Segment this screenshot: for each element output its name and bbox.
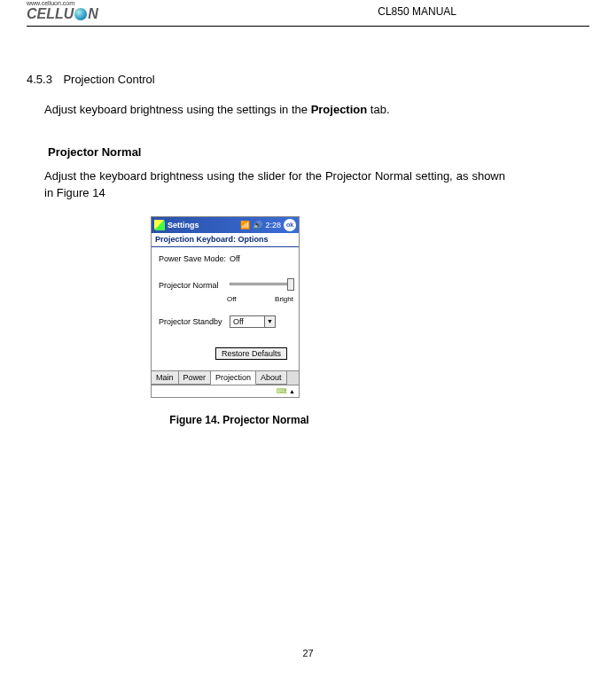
content: 4.5.3 Projection Control Adjust keyboard… [27, 71, 563, 426]
page-header: www.celluon.com CELLUN CL850 MANUAL [27, 0, 589, 27]
start-label: Settings [168, 221, 199, 230]
start-left: Settings [154, 220, 199, 230]
slider-track [230, 283, 293, 285]
keyboard-icon[interactable]: ⌨ [277, 387, 287, 395]
section-title: Projection Control [63, 73, 154, 86]
sip-bar: ⌨ ▲ [152, 385, 299, 397]
signal-icon: 📶 [240, 221, 250, 230]
intro-text-1: Adjust keyboard brightness using the set… [44, 103, 311, 116]
speaker-icon[interactable]: 🔊 [253, 221, 262, 230]
projector-normal-label: Projector Normal [159, 281, 230, 290]
power-save-value: Off [230, 254, 293, 263]
figure: Settings 📶 🔊 2:28 ok Projection Keyboard… [151, 216, 346, 426]
power-save-row: Power Save Mode: Off [159, 254, 293, 263]
brightness-slider[interactable] [230, 279, 293, 292]
tab-projection[interactable]: Projection [211, 371, 256, 385]
subtitle-bar: Projection Keyboard: Options [152, 233, 299, 247]
projector-normal-row: Projector Normal [159, 279, 293, 292]
windows-icon[interactable] [154, 220, 165, 230]
slider-max: Bright [275, 295, 293, 303]
dropdown-value: Off [233, 317, 244, 326]
start-right: 📶 🔊 2:28 ok [240, 219, 296, 231]
logo: www.celluon.com CELLUN [27, 0, 98, 22]
time: 2:28 [265, 221, 281, 230]
projector-standby-label: Projector Standby [159, 317, 230, 326]
slider-min: Off [227, 295, 237, 303]
tab-power[interactable]: Power [179, 371, 212, 385]
tab-about[interactable]: About [256, 371, 287, 385]
chevron-down-icon[interactable]: ▼ [264, 316, 275, 327]
tabs: Main Power Projection About [152, 370, 299, 385]
intro-bold: Projection [311, 103, 368, 116]
intro-paragraph: Adjust keyboard brightness using the set… [44, 101, 505, 119]
intro-text-2: tab. [367, 103, 389, 116]
logo-url: www.celluon.com [27, 0, 98, 6]
standby-dropdown[interactable]: Off ▼ [230, 315, 276, 328]
section-number: 4.5.3 [27, 73, 52, 86]
projector-standby-value: Off ▼ [230, 315, 293, 328]
figure-caption: Figure 14. Projector Normal [151, 414, 328, 426]
tab-main[interactable]: Main [152, 371, 179, 385]
page-number: 27 [302, 648, 313, 658]
start-bar: Settings 📶 🔊 2:28 ok [152, 217, 299, 233]
projector-normal-value [230, 279, 293, 292]
power-save-label: Power Save Mode: [159, 254, 230, 263]
globe-icon [74, 8, 87, 20]
logo-text: CELLUN [27, 6, 98, 22]
slider-labels: Off Bright [227, 295, 293, 303]
sub-heading: Projector Normal [48, 145, 563, 159]
ok-button[interactable]: ok [284, 219, 296, 231]
slider-thumb[interactable] [287, 278, 294, 291]
projector-standby-row: Projector Standby Off ▼ [159, 315, 293, 328]
section-header: 4.5.3 Projection Control [27, 71, 563, 87]
slider-labels-row: Off Bright [159, 293, 293, 303]
restore-defaults-button[interactable]: Restore Defaults [215, 347, 287, 360]
sub-paragraph: Adjust the keyboard brightness using the… [44, 167, 505, 202]
manual-title: CL850 MANUAL [378, 5, 456, 18]
device-body: Power Save Mode: Off Projector Normal [152, 247, 299, 370]
logo-text-left: CELLU [27, 6, 74, 21]
logo-text-right: N [88, 6, 98, 21]
device-screenshot: Settings 📶 🔊 2:28 ok Projection Keyboard… [151, 216, 300, 398]
sip-chevron-up-icon[interactable]: ▲ [289, 388, 295, 394]
